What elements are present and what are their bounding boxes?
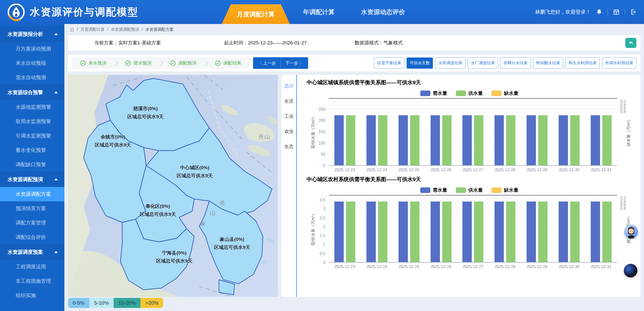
map-panel[interactable]: 慈溪市(0%)区域总可供水9天余姚市(0%)区域总可供水9天中心城区(0%)区域…: [68, 75, 278, 297]
category-tab[interactable]: 总计: [284, 78, 293, 94]
region-supply-days: 区域总可供水9天: [214, 243, 250, 251]
bar-demand[interactable]: [494, 202, 504, 262]
sidebar-item[interactable]: 引调水监测预警: [0, 129, 64, 143]
bar-supply[interactable]: [346, 115, 355, 165]
sidebar-item[interactable]: 非工程措施管理: [0, 274, 64, 288]
bar-supply[interactable]: [602, 115, 612, 165]
logout-icon[interactable]: [630, 9, 637, 15]
map-region-label[interactable]: 奉化区(0%)区域总可供水9天: [140, 202, 176, 219]
result-tab[interactable]: 闸坝翻水结果: [533, 58, 563, 69]
bar-supply[interactable]: [378, 115, 387, 165]
bar-demand[interactable]: [431, 115, 440, 165]
bar-demand[interactable]: [366, 202, 376, 262]
bar-demand[interactable]: [527, 115, 536, 165]
back-button[interactable]: [625, 38, 636, 48]
bar-demand[interactable]: [559, 202, 568, 262]
category-tab[interactable]: 生活: [284, 94, 293, 109]
bar-demand[interactable]: [559, 115, 568, 165]
bar-supply[interactable]: [570, 202, 580, 262]
bar-demand[interactable]: [366, 115, 376, 165]
sidebar-item[interactable]: 调配方案管理: [0, 216, 64, 230]
y-axis-tick: 1.5: [320, 234, 325, 238]
sidebar-item[interactable]: 月方案滚动预测: [0, 42, 64, 56]
map-region-label[interactable]: 宁海县(0%)区域总可供水9天: [156, 249, 192, 265]
category-tab[interactable]: 农业: [284, 124, 293, 139]
map-region-label[interactable]: 中心城区(0%)区域总可供水9天: [177, 164, 213, 180]
bar-demand[interactable]: [462, 202, 472, 262]
breadcrumb-item[interactable]: 水资源调配预演: [111, 27, 139, 32]
bar-demand[interactable]: [494, 115, 504, 165]
sidebar-group-header[interactable]: 水资源调度预案: [0, 244, 64, 260]
header-tab[interactable]: 月度调配计算: [222, 4, 290, 24]
bar-supply[interactable]: [410, 115, 419, 165]
sidebar-item[interactable]: 调配缺口预警: [0, 157, 64, 172]
assistant-avatar-button[interactable]: [624, 225, 638, 239]
bell-icon[interactable]: [596, 9, 603, 15]
legend-item[interactable]: 供水量: [456, 187, 483, 193]
bar-demand[interactable]: [431, 202, 440, 262]
bar-demand[interactable]: [462, 115, 472, 165]
bar-demand[interactable]: [334, 202, 344, 262]
bar-supply[interactable]: [538, 202, 548, 262]
breadcrumb-item[interactable]: 月度调配计算: [80, 27, 105, 32]
sidebar-item[interactable]: 取用水监测预警: [0, 114, 64, 129]
map-region-label[interactable]: 余姚市(0%)区域总可供水9天: [95, 133, 131, 149]
bar-supply[interactable]: [346, 202, 355, 262]
bar-demand[interactable]: [399, 202, 408, 262]
bar-supply[interactable]: [442, 115, 452, 165]
category-tab[interactable]: 生态: [284, 139, 293, 154]
bar-supply[interactable]: [474, 202, 483, 262]
bar-supply[interactable]: [378, 202, 387, 262]
legend-item[interactable]: 需水量: [420, 187, 447, 193]
legend-label: 需水量: [433, 187, 447, 193]
sidebar-item[interactable]: 预演情景方案: [0, 201, 64, 216]
sidebar-item[interactable]: 调配综合评价: [0, 230, 64, 244]
sidebar-group-header[interactable]: 水资源综合预警: [0, 85, 64, 100]
sidebar-item[interactable]: 水资源调配方案: [0, 187, 64, 201]
category-tab[interactable]: 工业: [284, 109, 293, 124]
header-tab[interactable]: 年调配计算: [290, 0, 348, 24]
prev-step-button[interactable]: 〈 上一步: [253, 57, 281, 69]
result-tab[interactable]: 水库调度结果: [435, 58, 465, 69]
sidebar-item[interactable]: 蓄水变化预警: [0, 143, 64, 157]
sidebar-item[interactable]: 来水自动预报: [0, 56, 64, 70]
next-step-button[interactable]: 下一步 〉: [281, 57, 308, 69]
result-tab[interactable]: 水厂调度结果: [468, 58, 498, 69]
bar-supply[interactable]: [442, 202, 452, 262]
home-icon[interactable]: [70, 27, 74, 32]
header-tab[interactable]: 水资源动态评价: [348, 0, 418, 24]
result-tab[interactable]: 供需平衡结果: [374, 58, 404, 69]
bar-groups: [329, 195, 617, 262]
legend-item[interactable]: 供水量: [456, 90, 483, 97]
globe-button[interactable]: [624, 264, 637, 277]
sidebar-item[interactable]: 工程调度运用: [0, 260, 64, 274]
bar-supply[interactable]: [410, 202, 419, 262]
sidebar-group-header[interactable]: 水资源调配预演: [0, 172, 64, 187]
breadcrumb-item[interactable]: 水资源调配方案: [145, 27, 174, 32]
legend-item[interactable]: 缺水量: [491, 90, 518, 97]
bar-demand[interactable]: [591, 115, 600, 165]
calendar-icon[interactable]: [613, 9, 620, 15]
bar-demand[interactable]: [527, 202, 536, 262]
bar-supply[interactable]: [570, 115, 580, 165]
legend-item[interactable]: 缺水量: [491, 187, 518, 193]
result-tab[interactable]: 可供水天数: [407, 58, 433, 69]
result-tab[interactable]: 外调水利用结果: [602, 58, 636, 69]
bar-supply[interactable]: [506, 202, 515, 262]
sidebar-item[interactable]: 水源地监测预警: [0, 100, 64, 114]
bar-demand[interactable]: [399, 115, 408, 165]
sidebar-item[interactable]: 组织实施: [0, 288, 64, 303]
result-tab[interactable]: 管网分水结果: [500, 58, 531, 69]
map-region-label[interactable]: 慈溪市(0%)区域总可供水9天: [127, 105, 164, 121]
map-region-label[interactable]: 象山县(0%)区域总可供水9天: [214, 235, 250, 252]
bar-supply[interactable]: [602, 202, 612, 262]
bar-demand[interactable]: [591, 202, 600, 262]
bar-supply[interactable]: [506, 115, 515, 165]
sidebar-group-header[interactable]: 水资源预报分析: [0, 26, 64, 42]
result-tab[interactable]: 再生水利用结果: [565, 58, 600, 69]
legend-item[interactable]: 需水量: [420, 90, 447, 97]
sidebar-item[interactable]: 需水自动预测: [0, 70, 64, 85]
bar-supply[interactable]: [474, 115, 483, 165]
bar-demand[interactable]: [334, 115, 344, 165]
bar-supply[interactable]: [538, 115, 548, 165]
